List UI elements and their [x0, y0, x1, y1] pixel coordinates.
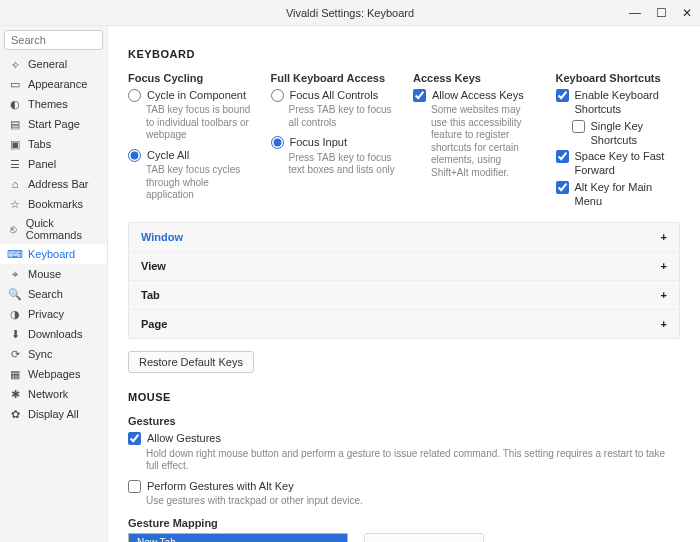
bookmarks-icon: ☆ [8, 197, 22, 211]
gestures-heading: Gestures [128, 415, 680, 427]
keyboard-icon: ⌨ [8, 247, 22, 261]
sidebar-item-label: Mouse [28, 268, 61, 280]
panel-icon: ☰ [8, 157, 22, 171]
search-input[interactable] [4, 30, 103, 50]
tabs-icon: ▣ [8, 137, 22, 151]
cycle-all-radio[interactable] [128, 149, 141, 162]
sidebar-item-general[interactable]: ⟡General [0, 54, 107, 74]
sidebar-item-appearance[interactable]: ▭Appearance [0, 74, 107, 94]
content: KEYBOARD Focus Cycling Cycle in Componen… [108, 26, 700, 542]
gesture-item[interactable]: New Tab [129, 534, 347, 542]
sidebar-item-quick-commands[interactable]: ⎋Quick Commands [0, 214, 107, 244]
focus-input-radio[interactable] [271, 136, 284, 149]
sidebar-item-tabs[interactable]: ▣Tabs [0, 134, 107, 154]
focus-all-controls-label: Focus All Controls [290, 88, 379, 102]
titlebar: Vivaldi Settings: Keyboard — ☐ ✕ [0, 0, 700, 26]
sidebar-item-mouse[interactable]: ⌖Mouse [0, 264, 107, 284]
appearance-icon: ▭ [8, 77, 22, 91]
sidebar-item-bookmarks[interactable]: ☆Bookmarks [0, 194, 107, 214]
gestures-alt-checkbox[interactable] [128, 480, 141, 493]
gesture-mapping-heading: Gesture Mapping [128, 517, 680, 529]
cycle-in-component-desc: TAB key focus is bound to individual too… [146, 104, 253, 142]
shortcut-category-page[interactable]: Page+ [129, 310, 679, 338]
sidebar-item-keyboard[interactable]: ⌨Keyboard [0, 244, 107, 264]
sidebar-item-start-page[interactable]: ▤Start Page [0, 114, 107, 134]
sidebar: ⟡General▭Appearance◐Themes▤Start Page▣Ta… [0, 26, 108, 542]
mouse-icon: ⌖ [8, 267, 22, 281]
sidebar-item-search[interactable]: 🔍Search [0, 284, 107, 304]
cycle-in-component-label: Cycle in Component [147, 88, 246, 102]
cycle-in-component-radio[interactable] [128, 89, 141, 102]
sidebar-item-label: Webpages [28, 368, 80, 380]
allow-gestures-label: Allow Gestures [147, 431, 221, 445]
address-bar-icon: ⌂ [8, 177, 22, 191]
allow-access-keys-checkbox[interactable] [413, 89, 426, 102]
close-button[interactable]: ✕ [678, 6, 696, 20]
shortcut-category-view[interactable]: View+ [129, 252, 679, 281]
sidebar-item-themes[interactable]: ◐Themes [0, 94, 107, 114]
keyboard-shortcuts-group: Keyboard Shortcuts Enable Keyboard Short… [556, 72, 681, 210]
network-icon: ✱ [8, 387, 22, 401]
maximize-button[interactable]: ☐ [652, 6, 670, 20]
focus-input-label: Focus Input [290, 135, 347, 149]
enable-shortcuts-label: Enable Keyboard Shortcuts [575, 88, 681, 117]
gesture-mapping-list[interactable]: New TabNew Background TabClose TabReopen… [128, 533, 348, 542]
sidebar-item-address-bar[interactable]: ⌂Address Bar [0, 174, 107, 194]
space-fast-forward-checkbox[interactable] [556, 150, 569, 163]
minimize-button[interactable]: — [626, 6, 644, 20]
allow-gestures-desc: Hold down right mouse button and perform… [146, 448, 680, 473]
single-key-checkbox[interactable] [572, 120, 585, 133]
focus-cycling-heading: Focus Cycling [128, 72, 253, 84]
gesture-preview [364, 533, 484, 542]
sidebar-item-label: General [28, 58, 67, 70]
allow-access-keys-label: Allow Access Keys [432, 88, 524, 102]
sidebar-item-panel[interactable]: ☰Panel [0, 154, 107, 174]
access-keys-heading: Access Keys [413, 72, 538, 84]
sidebar-item-network[interactable]: ✱Network [0, 384, 107, 404]
sidebar-item-label: Privacy [28, 308, 64, 320]
gestures-alt-desc: Use gestures with trackpad or other inpu… [146, 495, 680, 508]
display-all-icon: ✿ [8, 407, 22, 421]
expand-icon: + [661, 231, 667, 243]
alt-main-menu-label: Alt Key for Main Menu [575, 180, 681, 209]
quick-commands-icon: ⎋ [8, 222, 20, 236]
alt-main-menu-checkbox[interactable] [556, 181, 569, 194]
allow-access-keys-desc: Some websites may use this accessibility… [431, 104, 538, 179]
keyboard-heading: KEYBOARD [128, 48, 680, 60]
shortcut-category-tab[interactable]: Tab+ [129, 281, 679, 310]
sidebar-item-webpages[interactable]: ▦Webpages [0, 364, 107, 384]
sidebar-item-sync[interactable]: ⟳Sync [0, 344, 107, 364]
sidebar-item-label: Keyboard [28, 248, 75, 260]
space-fast-forward-label: Space Key to Fast Forward [575, 149, 681, 178]
sidebar-item-privacy[interactable]: ◑Privacy [0, 304, 107, 324]
gestures-alt-label: Perform Gestures with Alt Key [147, 479, 294, 493]
shortcut-category-window[interactable]: Window+ [129, 223, 679, 252]
enable-shortcuts-checkbox[interactable] [556, 89, 569, 102]
search-container [4, 30, 103, 50]
single-key-label: Single Key Shortcuts [591, 119, 681, 148]
window-controls: — ☐ ✕ [626, 0, 696, 26]
allow-gestures-checkbox[interactable] [128, 432, 141, 445]
themes-icon: ◐ [8, 97, 22, 111]
sidebar-nav: ⟡General▭Appearance◐Themes▤Start Page▣Ta… [0, 54, 107, 542]
sidebar-item-display-all[interactable]: ✿Display All [0, 404, 107, 424]
focus-all-controls-radio[interactable] [271, 89, 284, 102]
sidebar-item-label: Themes [28, 98, 68, 110]
sidebar-item-label: Search [28, 288, 63, 300]
downloads-icon: ⬇ [8, 327, 22, 341]
mouse-heading: MOUSE [128, 391, 680, 403]
sidebar-item-downloads[interactable]: ⬇Downloads [0, 324, 107, 344]
sidebar-item-label: Quick Commands [26, 217, 99, 241]
focus-input-desc: Press TAB key to focus text boxes and li… [289, 152, 396, 177]
expand-icon: + [661, 289, 667, 301]
sidebar-item-label: Start Page [28, 118, 80, 130]
expand-icon: + [661, 318, 667, 330]
general-icon: ⟡ [8, 57, 22, 71]
start-page-icon: ▤ [8, 117, 22, 131]
restore-default-keys-button[interactable]: Restore Default Keys [128, 351, 254, 373]
webpages-icon: ▦ [8, 367, 22, 381]
access-keys-group: Access Keys Allow Access Keys Some websi… [413, 72, 538, 210]
category-label: View [141, 260, 166, 272]
sidebar-item-label: Downloads [28, 328, 82, 340]
window-title: Vivaldi Settings: Keyboard [286, 7, 414, 19]
